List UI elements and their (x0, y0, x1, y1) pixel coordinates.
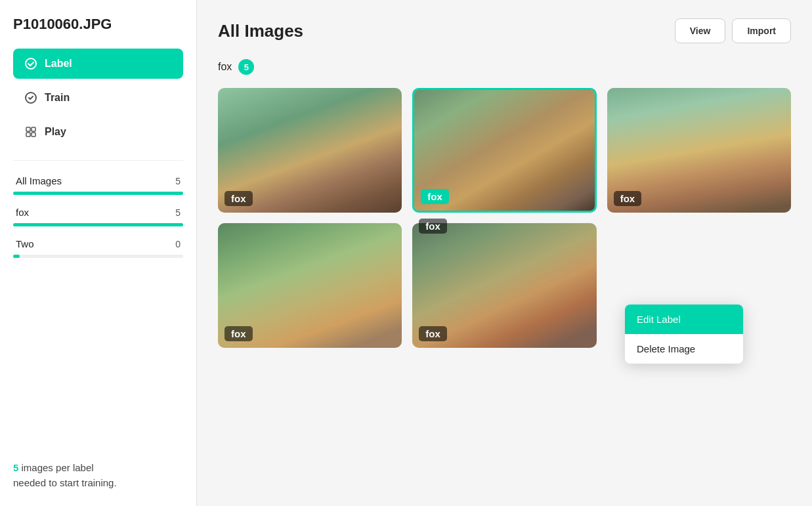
image-card-3[interactable]: fox (607, 88, 791, 213)
filter-two-count: 0 (175, 239, 181, 249)
image-card-2[interactable]: fox fox (412, 88, 596, 213)
filter-all-images-progress-container (13, 192, 183, 195)
nav-train[interactable]: Train (13, 83, 183, 113)
footer-text: 5 images per labelneeded to start traini… (13, 461, 183, 490)
filter-row: fox 5 (218, 59, 791, 75)
nav-play[interactable]: Play (13, 117, 183, 147)
context-menu-delete-image[interactable]: Delete Image (625, 334, 743, 364)
main-header: All Images View Import (218, 18, 791, 43)
main-title: All Images (218, 21, 303, 41)
image-label-3: fox (614, 191, 642, 206)
fox-image-1: fox (218, 88, 402, 213)
active-filter-label: fox (218, 61, 232, 73)
filter-fox-progress-container (13, 223, 183, 226)
image-label-2b: fox (419, 219, 447, 234)
image-card-5[interactable]: fox (412, 223, 596, 348)
image-grid: fox fox fox fox (218, 88, 791, 348)
svg-rect-2 (26, 127, 30, 131)
context-menu-edit-label[interactable]: Edit Label (625, 305, 743, 334)
image-label-4: fox (224, 326, 253, 341)
sidebar-divider (13, 160, 183, 161)
svg-rect-4 (26, 133, 30, 137)
footer-body: images per labelneeded to start training… (13, 462, 117, 488)
play-icon (24, 125, 38, 139)
filter-fox-progress (13, 223, 183, 226)
svg-point-0 (26, 58, 36, 69)
image-label-5: fox (419, 326, 447, 341)
svg-rect-3 (32, 127, 35, 131)
label-icon (24, 56, 38, 71)
filter-all-images-progress (13, 192, 183, 195)
header-buttons: View Import (675, 18, 791, 43)
svg-rect-5 (32, 133, 35, 137)
footer-highlight: 5 (13, 462, 18, 473)
image-label-2: fox (421, 189, 449, 204)
filter-fox-label: fox (16, 207, 29, 218)
fox-image-4: fox (218, 223, 402, 348)
import-button[interactable]: Import (732, 18, 791, 43)
filter-all-images-label: All Images (16, 175, 62, 186)
active-filter-count: 5 (238, 59, 254, 75)
filter-fox[interactable]: fox 5 (13, 201, 183, 221)
filter-two-label: Two (16, 238, 34, 249)
image-card-4[interactable]: fox (218, 223, 402, 348)
view-button[interactable]: View (675, 18, 726, 43)
fox-image-2: fox (414, 90, 594, 211)
filter-two-progress (13, 255, 20, 258)
main-content: All Images View Import fox 5 fox fox (197, 0, 812, 506)
train-icon (24, 91, 38, 105)
sidebar-footer: 5 images per labelneeded to start traini… (13, 448, 183, 490)
context-menu: Edit Label Delete Image (625, 305, 743, 364)
nav-label-text: Label (45, 58, 72, 70)
fox-image-5: fox (412, 223, 596, 348)
filter-all-images-count: 5 (175, 176, 181, 186)
image-label-1: fox (224, 191, 253, 206)
fox-image-3: fox (607, 88, 791, 213)
sidebar: P1010060.JPG Label Train (0, 0, 197, 506)
filter-all-images[interactable]: All Images 5 (13, 170, 183, 189)
filter-fox-count: 5 (175, 207, 181, 218)
nav-play-text: Play (45, 126, 66, 138)
app-title: P1010060.JPG (13, 16, 183, 33)
image-card-1[interactable]: fox (218, 88, 402, 213)
filter-two-progress-container (13, 255, 183, 258)
filter-two[interactable]: Two 0 (13, 233, 183, 252)
nav-label[interactable]: Label (13, 49, 183, 79)
nav-train-text: Train (45, 92, 70, 104)
